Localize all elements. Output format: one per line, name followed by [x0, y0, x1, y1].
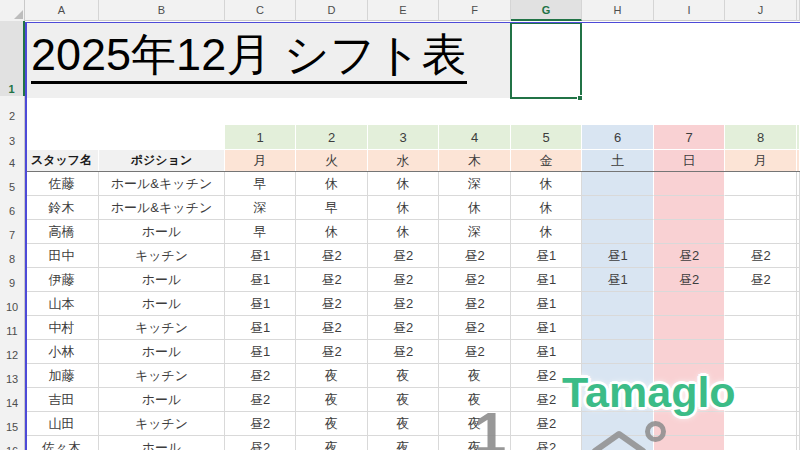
- column-header-H[interactable]: H: [582, 0, 654, 21]
- cell-C6[interactable]: 深: [225, 196, 296, 220]
- cell-E7[interactable]: 休: [368, 220, 439, 244]
- cell-J5[interactable]: [725, 172, 797, 196]
- cell-F5[interactable]: 深: [439, 172, 511, 196]
- cell-G7[interactable]: 休: [511, 220, 582, 244]
- cell-A9[interactable]: 伊藤: [25, 268, 99, 292]
- cell-C9[interactable]: 昼1: [225, 268, 296, 292]
- cell-F3[interactable]: 4: [439, 125, 511, 150]
- cell-B12[interactable]: ホール: [99, 340, 225, 364]
- row-header-5[interactable]: 5: [0, 170, 25, 196]
- cell-D13[interactable]: 夜: [296, 364, 368, 388]
- cell-D8[interactable]: 昼2: [296, 244, 368, 268]
- cell-D6[interactable]: 早: [296, 196, 368, 220]
- cell-H5[interactable]: [582, 172, 654, 196]
- cell-B8[interactable]: キッチン: [99, 244, 225, 268]
- cell-F12[interactable]: 昼2: [439, 340, 511, 364]
- row-header-1[interactable]: 1: [0, 21, 25, 98]
- cell-H8[interactable]: 昼1: [582, 244, 654, 268]
- column-header-F[interactable]: F: [439, 0, 511, 21]
- cell-E15[interactable]: 夜: [368, 412, 439, 436]
- row-header-6[interactable]: 6: [0, 194, 25, 220]
- cell-B5[interactable]: ホール&キッチン: [99, 172, 225, 196]
- cell-E9[interactable]: 昼2: [368, 268, 439, 292]
- row-header-8[interactable]: 8: [0, 242, 25, 268]
- cell-C10[interactable]: 昼1: [225, 292, 296, 316]
- cell-G9[interactable]: 昼1: [511, 268, 582, 292]
- cell-H11[interactable]: [582, 316, 654, 340]
- cell-H6[interactable]: [582, 196, 654, 220]
- cell-D16[interactable]: 夜: [296, 436, 368, 450]
- cell-J8[interactable]: 昼2: [725, 244, 797, 268]
- cell-C15[interactable]: 昼2: [225, 412, 296, 436]
- cell-D14[interactable]: 夜: [296, 388, 368, 412]
- cell-J9[interactable]: 昼2: [725, 268, 797, 292]
- row-header-11[interactable]: 11: [0, 314, 25, 340]
- cell-I12[interactable]: [654, 340, 725, 364]
- cell-D7[interactable]: 休: [296, 220, 368, 244]
- cell-E10[interactable]: 昼2: [368, 292, 439, 316]
- cell-C5[interactable]: 早: [225, 172, 296, 196]
- cell-B16[interactable]: ホール: [99, 436, 225, 450]
- cell-A15[interactable]: 山田: [25, 412, 99, 436]
- cell-D9[interactable]: 昼2: [296, 268, 368, 292]
- cell-J3[interactable]: 8: [725, 125, 797, 150]
- column-header-J[interactable]: J: [725, 0, 797, 21]
- cell-J10[interactable]: [725, 292, 797, 316]
- row-header-2[interactable]: 2: [0, 96, 25, 125]
- cell-J6[interactable]: [725, 196, 797, 220]
- cell-A10[interactable]: 山本: [25, 292, 99, 316]
- cell-F13[interactable]: 夜: [439, 364, 511, 388]
- cell-H3[interactable]: 6: [582, 125, 654, 150]
- column-header-I[interactable]: I: [654, 0, 725, 21]
- cell-B3[interactable]: [99, 125, 225, 150]
- cell-C16[interactable]: 昼2: [225, 436, 296, 450]
- cell-C14[interactable]: 昼2: [225, 388, 296, 412]
- row-header-13[interactable]: 13: [0, 362, 25, 388]
- column-header-A[interactable]: A: [25, 0, 99, 21]
- cell-E16[interactable]: 夜: [368, 436, 439, 450]
- cell-C3[interactable]: 1: [225, 125, 296, 150]
- cell-C12[interactable]: 昼1: [225, 340, 296, 364]
- cell-I5[interactable]: [654, 172, 725, 196]
- cell-A16[interactable]: 佐々木: [25, 436, 99, 450]
- cell-A14[interactable]: 吉田: [25, 388, 99, 412]
- cell-E12[interactable]: 昼2: [368, 340, 439, 364]
- cell-F4[interactable]: 木: [439, 150, 511, 172]
- cell-G3[interactable]: 5: [511, 125, 582, 150]
- cell-I8[interactable]: 昼2: [654, 244, 725, 268]
- cell-A13[interactable]: 加藤: [25, 364, 99, 388]
- cell-D11[interactable]: 昼2: [296, 316, 368, 340]
- cell-D3[interactable]: 2: [296, 125, 368, 150]
- cell-I9[interactable]: 昼2: [654, 268, 725, 292]
- cell-F8[interactable]: 昼2: [439, 244, 511, 268]
- cell-C11[interactable]: 昼1: [225, 316, 296, 340]
- cell-H12[interactable]: [582, 340, 654, 364]
- row-header-15[interactable]: 15: [0, 410, 25, 436]
- cell-I6[interactable]: [654, 196, 725, 220]
- cell-G16[interactable]: 昼2: [511, 436, 582, 450]
- cell-E8[interactable]: 昼2: [368, 244, 439, 268]
- cell-F9[interactable]: 昼2: [439, 268, 511, 292]
- column-header-E[interactable]: E: [368, 0, 439, 21]
- cell-B11[interactable]: キッチン: [99, 316, 225, 340]
- row-header-14[interactable]: 14: [0, 386, 25, 412]
- cell-I10[interactable]: [654, 292, 725, 316]
- cell-E4[interactable]: 水: [368, 150, 439, 172]
- cell-I11[interactable]: [654, 316, 725, 340]
- cell-C8[interactable]: 昼1: [225, 244, 296, 268]
- cell-F10[interactable]: 昼2: [439, 292, 511, 316]
- cell-F11[interactable]: 昼2: [439, 316, 511, 340]
- cell-B7[interactable]: ホール: [99, 220, 225, 244]
- cell-H10[interactable]: [582, 292, 654, 316]
- row-header-12[interactable]: 12: [0, 338, 25, 364]
- row-header-16[interactable]: 16: [0, 434, 25, 450]
- cell-B13[interactable]: キッチン: [99, 364, 225, 388]
- cell-A5[interactable]: 佐藤: [25, 172, 99, 196]
- cell-C4[interactable]: 月: [225, 150, 296, 172]
- cell-G8[interactable]: 昼1: [511, 244, 582, 268]
- cell-H4[interactable]: 土: [582, 150, 654, 172]
- cell-D15[interactable]: 夜: [296, 412, 368, 436]
- cell-E11[interactable]: 昼2: [368, 316, 439, 340]
- cell-J11[interactable]: [725, 316, 797, 340]
- cell-E14[interactable]: 夜: [368, 388, 439, 412]
